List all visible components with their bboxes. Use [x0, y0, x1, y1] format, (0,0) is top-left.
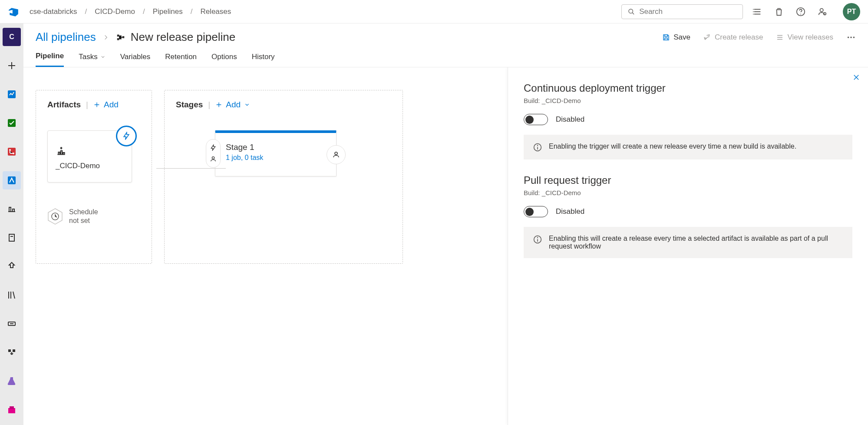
topbar: cse-databricks / CICD-Demo / Pipelines /… — [0, 0, 868, 23]
breadcrumb-sep: / — [143, 7, 145, 16]
pr-trigger-info-text: Enabling this will create a release ever… — [549, 235, 843, 250]
page-actions: Save Create release View releases — [662, 33, 856, 42]
user-settings-icon[interactable] — [818, 7, 827, 17]
breadcrumb-sep: / — [85, 7, 87, 16]
stages-panel: Stages | Add — [164, 90, 403, 264]
nav-testplans[interactable] — [3, 372, 21, 390]
svg-line-1 — [632, 13, 634, 14]
svg-point-33 — [537, 145, 538, 146]
breadcrumb-releases[interactable]: Releases — [200, 7, 231, 16]
more-actions-icon[interactable] — [846, 33, 856, 42]
work-items-icon[interactable] — [752, 7, 762, 17]
nav-repos[interactable] — [3, 143, 21, 161]
lightning-icon — [122, 132, 131, 140]
stage-card[interactable]: Stage 1 1 job, 0 task — [215, 130, 337, 176]
tab-options[interactable]: Options — [211, 53, 237, 66]
stage-tasks-link[interactable]: 1 job, 0 task — [226, 154, 326, 162]
stage-predeployment-button[interactable] — [206, 139, 221, 168]
tabs: Pipeline Tasks Variables Retention Optio… — [23, 44, 868, 67]
pr-trigger-info: Enabling this will create a release ever… — [524, 227, 852, 258]
nav-taskgroups[interactable] — [3, 315, 21, 333]
schedule-button[interactable] — [47, 208, 63, 225]
nav-deploymentgroups[interactable] — [3, 343, 21, 362]
nav-boards[interactable] — [3, 114, 21, 132]
cd-trigger-info: Enabling the trigger will create a new r… — [524, 135, 852, 159]
close-panel-button[interactable] — [852, 73, 860, 81]
cd-trigger-state: Disabled — [556, 115, 584, 124]
nav-add[interactable] — [3, 56, 21, 75]
main: All pipelines New release pipeline Save … — [23, 23, 868, 425]
tab-tasks[interactable]: Tasks — [79, 53, 105, 66]
add-artifact-button[interactable]: Add — [93, 100, 119, 110]
stages-label: Stages — [176, 100, 203, 110]
schedule-text: Schedule not set — [69, 208, 98, 225]
tab-retention[interactable]: Retention — [165, 53, 197, 66]
build-icon — [56, 146, 67, 157]
azure-devops-logo[interactable] — [8, 6, 19, 17]
breadcrumb-pipelines[interactable]: Pipelines — [153, 7, 183, 16]
add-label: Add — [104, 100, 119, 110]
schedule-row: Schedule not set — [47, 208, 140, 225]
pipeline-canvas: Artifacts | Add — [23, 67, 508, 425]
marketplace-icon[interactable] — [774, 7, 784, 17]
svg-rect-24 — [122, 36, 124, 38]
user-avatar[interactable]: PT — [843, 3, 860, 20]
nav-pipelines-sub1[interactable] — [3, 200, 21, 218]
svg-point-12 — [9, 149, 11, 151]
cd-trigger-build: Build: _CICD-Demo — [524, 97, 852, 104]
svg-point-4 — [753, 13, 754, 14]
svg-rect-18 — [8, 349, 11, 352]
tab-history[interactable]: History — [252, 53, 275, 66]
svg-rect-11 — [8, 148, 16, 156]
cd-trigger-toggle[interactable] — [524, 114, 548, 125]
search-input[interactable] — [639, 7, 736, 16]
svg-point-31 — [335, 152, 337, 155]
search-box[interactable] — [621, 4, 743, 19]
nav-environments[interactable] — [3, 229, 21, 247]
artifacts-panel: Artifacts | Add — [36, 90, 152, 264]
svg-point-30 — [212, 157, 214, 159]
svg-point-7 — [820, 8, 823, 11]
close-icon — [852, 73, 860, 81]
tab-pipeline[interactable]: Pipeline — [36, 52, 64, 67]
nav-artifacts[interactable] — [3, 401, 21, 419]
svg-rect-15 — [9, 234, 14, 241]
person-icon — [332, 151, 340, 159]
side-panel: Continuous deployment trigger Build: _CI… — [508, 67, 868, 425]
create-release-icon — [703, 33, 711, 41]
info-icon — [533, 235, 542, 244]
svg-point-3 — [753, 11, 754, 12]
cd-trigger-info-text: Enabling the trigger will create a new r… — [549, 143, 796, 152]
svg-rect-21 — [10, 406, 14, 409]
artifact-card[interactable]: _CICD-Demo — [47, 130, 132, 183]
add-stage-button[interactable]: Add — [215, 100, 250, 110]
artifact-trigger-button[interactable] — [116, 126, 137, 146]
nav-pipelines[interactable] — [3, 171, 21, 189]
nav-library[interactable] — [3, 286, 21, 304]
svg-point-25 — [848, 37, 849, 38]
help-icon[interactable] — [796, 7, 805, 17]
save-button[interactable]: Save — [662, 33, 690, 42]
svg-rect-19 — [13, 349, 15, 352]
pr-trigger-title: Pull request trigger — [524, 174, 852, 186]
page-title-text: New release pipeline — [131, 30, 235, 44]
pr-trigger-toggle[interactable] — [524, 206, 548, 217]
nav-releases[interactable] — [3, 257, 21, 276]
view-releases-label: View releases — [787, 33, 833, 42]
pr-trigger-state: Disabled — [556, 207, 584, 216]
breadcrumb-project[interactable]: CICD-Demo — [95, 7, 135, 16]
topbar-icons: PT — [752, 3, 860, 20]
pipe: | — [86, 100, 88, 110]
create-release-button[interactable]: Create release — [703, 33, 763, 42]
breadcrumb-org[interactable]: cse-databricks — [30, 7, 77, 16]
stage-postdeployment-button[interactable] — [327, 145, 346, 164]
svg-point-27 — [853, 37, 855, 38]
tab-variables[interactable]: Variables — [120, 53, 151, 66]
nav-project[interactable]: C — [3, 28, 21, 46]
person-icon — [210, 156, 217, 163]
cd-trigger-title: Continuous deployment trigger — [524, 82, 852, 94]
cd-trigger-section: Continuous deployment trigger Build: _CI… — [524, 82, 852, 159]
all-pipelines-link[interactable]: All pipelines — [36, 30, 96, 44]
nav-overview[interactable] — [3, 85, 21, 103]
view-releases-button[interactable]: View releases — [776, 33, 833, 42]
